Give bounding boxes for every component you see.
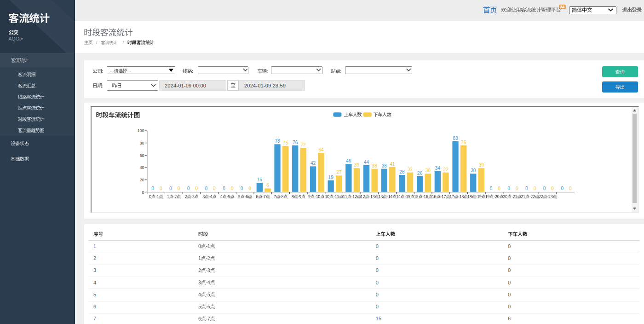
svg-text:40: 40	[139, 165, 144, 170]
svg-text:0: 0	[508, 280, 511, 285]
svg-text:0: 0	[534, 186, 536, 191]
svg-text:15: 15	[376, 316, 381, 321]
svg-text:/: /	[123, 40, 124, 45]
svg-text:0: 0	[508, 304, 511, 309]
svg-text:0: 0	[376, 243, 379, 249]
svg-text:41: 41	[390, 162, 395, 167]
svg-text:3: 3	[93, 267, 96, 273]
svg-text:19: 19	[328, 175, 334, 180]
svg-text:5: 5	[93, 292, 96, 297]
svg-text:42: 42	[310, 161, 316, 166]
svg-text:15: 15	[257, 177, 263, 182]
svg-text:0: 0	[508, 243, 511, 249]
svg-text:0: 0	[508, 292, 511, 297]
svg-text:38: 38	[382, 163, 387, 168]
svg-text:0: 0	[213, 186, 216, 191]
svg-text:0: 0	[248, 186, 251, 191]
svg-text:2024-01-09 00:00: 2024-01-09 00:00	[165, 83, 206, 88]
svg-text:76: 76	[461, 140, 466, 145]
svg-text:80: 80	[139, 141, 144, 145]
svg-text:0: 0	[241, 186, 243, 191]
svg-text:0: 0	[508, 255, 511, 261]
svg-text:6: 6	[508, 316, 511, 321]
svg-text:0: 0	[376, 280, 379, 285]
svg-text:0: 0	[223, 186, 225, 191]
svg-text:32: 32	[443, 167, 448, 172]
svg-text:0: 0	[169, 186, 172, 191]
svg-text:0: 0	[376, 304, 379, 309]
svg-text:0: 0	[551, 186, 554, 191]
svg-text:44: 44	[364, 160, 369, 165]
svg-text:34: 34	[435, 166, 441, 171]
svg-text:32: 32	[408, 167, 413, 172]
svg-text:0: 0	[508, 267, 511, 273]
svg-text:6: 6	[93, 304, 96, 309]
svg-text:AQGJ: AQGJ	[9, 36, 22, 41]
svg-text:83: 83	[453, 136, 458, 141]
svg-text:6: 6	[266, 183, 269, 188]
svg-text:0: 0	[151, 186, 154, 191]
svg-text:0: 0	[516, 186, 518, 191]
svg-text:39: 39	[479, 162, 484, 168]
svg-text:0: 0	[187, 186, 190, 191]
svg-text:0: 0	[195, 186, 198, 191]
svg-text:72: 72	[301, 142, 306, 147]
svg-text:0: 0	[561, 186, 564, 191]
svg-text:78: 78	[275, 139, 280, 144]
svg-text:0: 0	[569, 186, 572, 191]
svg-text:38: 38	[372, 163, 378, 168]
svg-text:0: 0	[376, 267, 379, 273]
svg-text:64: 64	[318, 147, 324, 152]
svg-text:0: 0	[205, 186, 207, 191]
svg-text:34: 34	[560, 5, 564, 9]
svg-text:7: 7	[93, 316, 96, 321]
svg-text:30: 30	[426, 168, 431, 173]
svg-text:2: 2	[93, 255, 96, 261]
svg-text:20: 20	[139, 178, 144, 182]
svg-text:60: 60	[139, 153, 144, 158]
svg-text:39: 39	[354, 162, 360, 168]
svg-text:75: 75	[283, 140, 288, 145]
svg-text:0: 0	[178, 186, 180, 191]
svg-text:0: 0	[160, 186, 162, 191]
svg-text:4: 4	[93, 280, 96, 285]
svg-text:46: 46	[346, 158, 351, 163]
svg-text:30: 30	[471, 168, 476, 173]
svg-text:1: 1	[93, 243, 96, 249]
svg-text:0: 0	[490, 186, 493, 191]
svg-text:76: 76	[293, 140, 298, 145]
svg-text:0: 0	[498, 186, 500, 191]
svg-text:0: 0	[376, 255, 379, 261]
svg-text:27: 27	[336, 170, 342, 175]
svg-text:26: 26	[417, 171, 423, 176]
svg-text:0: 0	[142, 190, 144, 195]
svg-text:100: 100	[137, 128, 144, 133]
svg-text:28: 28	[399, 169, 405, 174]
svg-text:2024-01-09 23:59: 2024-01-09 23:59	[244, 83, 286, 88]
svg-text:0: 0	[543, 186, 546, 191]
svg-text:0: 0	[376, 292, 379, 297]
svg-text:0: 0	[231, 186, 234, 191]
svg-text:/: /	[96, 40, 98, 45]
svg-text:0: 0	[507, 186, 510, 191]
svg-text:0: 0	[525, 186, 528, 191]
